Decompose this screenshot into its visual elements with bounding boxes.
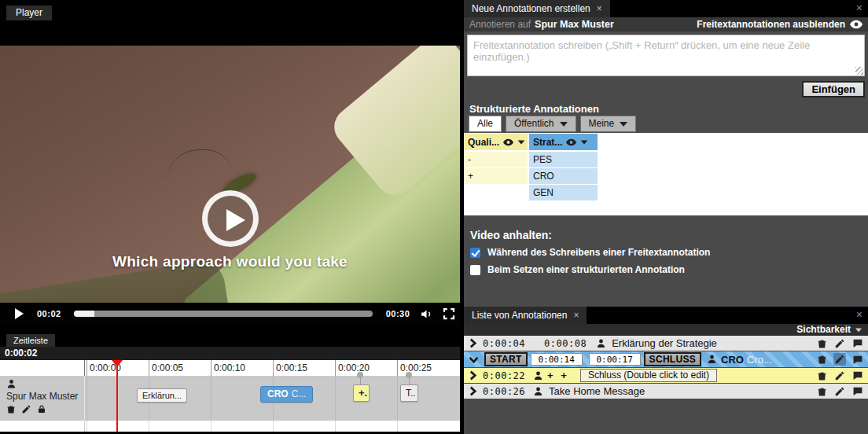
caret-down-icon[interactable]: [581, 140, 588, 144]
edit-icon[interactable]: [834, 338, 845, 349]
annotation-pin: [406, 372, 412, 378]
tab-label: Öffentlich: [514, 116, 554, 131]
caret-down-icon[interactable]: [518, 140, 525, 144]
annotation-text: Cro...: [747, 354, 772, 366]
annotation-row[interactable]: 0:00:22 + + Schluss (Double click to edi…: [464, 368, 868, 383]
checkbox-freetext[interactable]: [470, 248, 480, 258]
tab-annotation-list[interactable]: Liste von Annotationen×: [464, 307, 587, 324]
annotate-track-name: Spur Max Muster: [535, 19, 614, 30]
tab-meine[interactable]: Meine: [580, 116, 637, 132]
gridline: [397, 421, 398, 432]
chevron-right-icon[interactable]: [469, 386, 477, 396]
comment-icon[interactable]: [852, 355, 863, 365]
annotation-values: + +: [547, 370, 569, 381]
annotation-track[interactable]: Spur Max Muster Erklärun... CROC... +. T…: [0, 376, 460, 421]
checkbox-structured[interactable]: [470, 265, 480, 275]
strat-cell[interactable]: CRO: [529, 168, 598, 184]
timeline-annotation-plus[interactable]: +.: [353, 384, 370, 402]
annotation-text: Erklärung der Strategie: [612, 337, 717, 349]
delete-icon[interactable]: [817, 370, 827, 381]
playhead-marker[interactable]: [112, 360, 123, 367]
gridline: [86, 360, 87, 376]
panel-close-icon[interactable]: ×: [856, 309, 862, 320]
eye-icon: [850, 20, 862, 29]
video-frame[interactable]: Which approach would you take: [0, 46, 460, 303]
player-controls: 00:02 00:30: [0, 303, 460, 325]
fullscreen-icon[interactable]: [442, 307, 456, 321]
comment-icon[interactable]: [852, 386, 863, 396]
timeline-annotation-free[interactable]: Erklärun...: [137, 388, 187, 403]
start-button[interactable]: START: [484, 352, 528, 366]
annotation-row[interactable]: 0:00:26 Take Home Message: [464, 384, 868, 399]
end-time-input[interactable]: [589, 353, 641, 366]
tab-create-annotations[interactable]: Neue Annotationen erstellen×: [464, 0, 610, 17]
chevron-right-icon[interactable]: [469, 370, 477, 381]
column-header-strat[interactable]: Strat...: [529, 134, 598, 150]
delete-icon[interactable]: [817, 354, 827, 365]
edit-icon[interactable]: [833, 353, 846, 366]
edit-icon[interactable]: [834, 386, 845, 397]
tab-alle[interactable]: Alle: [469, 116, 502, 132]
timeline-annotation-t[interactable]: T..: [400, 384, 418, 402]
gridline: [397, 376, 398, 421]
quali-cell[interactable]: -: [464, 152, 528, 167]
video-subtitle: Which approach would you take: [0, 253, 460, 270]
tab-oeffentlich[interactable]: Öffentlich: [506, 116, 576, 132]
annotation-row[interactable]: 0:00:04 0:00:08 Erklärung der Strategie: [464, 336, 868, 351]
insect-antenna-graphic: [167, 149, 231, 181]
create-panel-tabbar: Neue Annotationen erstellen× ×: [464, 0, 868, 17]
timeline-annotation-cro[interactable]: CROC...: [260, 386, 313, 403]
column-label: Quali...: [468, 137, 499, 148]
lock-track-icon[interactable]: [37, 404, 46, 414]
start-time: 0:00:04: [483, 338, 525, 349]
timeline-empty-row: [0, 421, 460, 432]
comment-icon[interactable]: [852, 370, 863, 381]
delete-icon[interactable]: [817, 386, 827, 397]
comment-icon[interactable]: [852, 338, 863, 348]
playhead[interactable]: [116, 360, 118, 432]
annotation-text: Take Home Message: [549, 385, 645, 397]
chevron-right-icon[interactable]: [469, 338, 477, 348]
tab-close-icon[interactable]: ×: [573, 310, 579, 321]
chevron-down-icon[interactable]: [469, 355, 479, 364]
delete-icon[interactable]: [817, 338, 827, 349]
current-time: 00:02: [37, 309, 61, 318]
edit-icon[interactable]: [834, 370, 845, 381]
play-overlay-button[interactable]: [202, 190, 259, 247]
column-header-quali[interactable]: Quali...: [464, 134, 528, 150]
timeline-tab[interactable]: Zeitleiste: [6, 334, 55, 347]
structured-table-area: Quali... Strat... - + PES CRO GEN: [464, 133, 868, 215]
timeline-ruler[interactable]: 0:00:00 0:00:05 0:00:10 0:00:15 0:00:20 …: [0, 360, 460, 376]
panel-close-icon[interactable]: ×: [856, 2, 862, 13]
tab-close-icon[interactable]: ×: [597, 3, 602, 14]
timeline-current-time: 0:00:02: [0, 347, 460, 360]
seek-bar[interactable]: [74, 311, 373, 317]
person-icon: [533, 386, 543, 397]
annotation-code: CRO: [267, 388, 289, 399]
start-time-input[interactable]: [531, 353, 583, 366]
quali-cell[interactable]: +: [464, 168, 528, 184]
schluss-button[interactable]: SCHLUSS: [644, 352, 701, 366]
end-time: 0:00:08: [544, 338, 587, 349]
tab-label: Neue Annotationen erstellen: [472, 3, 590, 14]
resize-grip[interactable]: [855, 67, 863, 75]
eye-icon[interactable]: [503, 138, 513, 146]
annotation-row-selected[interactable]: START SCHLUSS CRO Cro...: [464, 351, 868, 367]
edit-track-icon[interactable]: [21, 404, 31, 414]
visibility-menu[interactable]: Sichtbarkeit: [464, 324, 868, 336]
insert-button[interactable]: Einfügen: [802, 81, 865, 97]
checkbox-row-structured: Beim Setzen einer strukturierten Annotat…: [470, 264, 685, 275]
structured-annotations-heading: Strukturierte Annotationen: [469, 103, 599, 115]
person-icon: [596, 338, 606, 349]
player-tab[interactable]: Player: [6, 6, 52, 20]
strat-cell[interactable]: GEN: [529, 185, 598, 200]
start-time: 0:00:26: [483, 386, 525, 397]
strat-cell[interactable]: PES: [529, 152, 598, 167]
freetext-input[interactable]: [467, 35, 865, 76]
eye-icon[interactable]: [566, 138, 576, 146]
delete-track-icon[interactable]: [6, 404, 16, 414]
play-button[interactable]: [15, 308, 24, 319]
volume-icon[interactable]: [420, 307, 433, 321]
person-icon: [533, 370, 543, 381]
hide-freetext-toggle[interactable]: Freitextannotationen ausblenden: [697, 19, 862, 30]
